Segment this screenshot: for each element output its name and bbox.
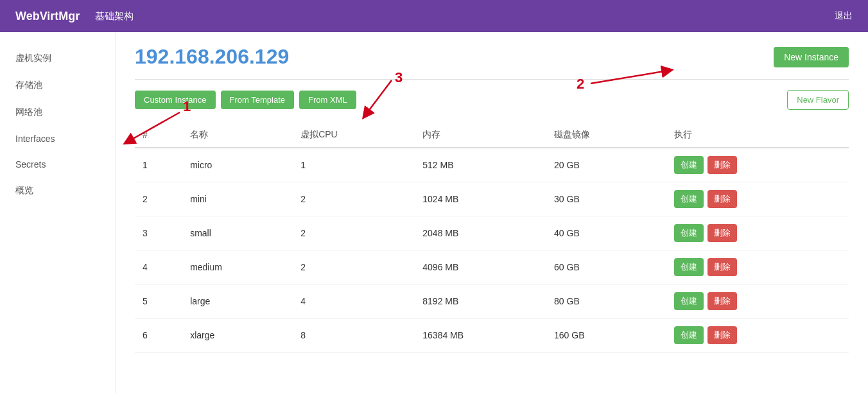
table-row: 3 small 2 2048 MB 40 GB 创建 删除 (135, 216, 849, 250)
cell-id: 4 (135, 250, 182, 284)
cell-actions: 创建 删除 (666, 250, 849, 284)
col-disk: 磁盘镜像 (546, 123, 666, 148)
table-row: 5 large 4 8192 MB 80 GB 创建 删除 (135, 284, 849, 319)
cell-memory: 2048 MB (415, 216, 546, 250)
cell-cpu: 8 (293, 319, 415, 353)
cell-actions: 创建 删除 (666, 182, 849, 216)
cell-name: micro (182, 148, 293, 182)
table-header-row: # 名称 虚拟CPU 内存 磁盘镜像 执行 (135, 123, 849, 148)
cell-actions: 创建 删除 (666, 284, 849, 319)
cell-id: 6 (135, 319, 182, 353)
delete-button[interactable]: 删除 (707, 258, 737, 276)
from-template-button[interactable]: From Template (221, 91, 294, 109)
cell-disk: 80 GB (546, 284, 666, 319)
sidebar-item-vm[interactable]: 虚机实例 (0, 45, 115, 72)
cell-id: 5 (135, 284, 182, 319)
delete-button[interactable]: 删除 (707, 224, 737, 242)
delete-button[interactable]: 删除 (707, 156, 737, 174)
cell-cpu: 2 (293, 182, 415, 216)
sidebar-item-interfaces[interactable]: Interfaces (0, 126, 115, 152)
sidebar-item-network[interactable]: 网络池 (0, 99, 115, 126)
sidebar-item-overview[interactable]: 概览 (0, 177, 115, 204)
cell-memory: 512 MB (415, 148, 546, 182)
delete-button[interactable]: 删除 (707, 292, 737, 310)
cell-id: 1 (135, 148, 182, 182)
delete-button[interactable]: 删除 (707, 326, 737, 344)
cell-memory: 1024 MB (415, 182, 546, 216)
custom-instance-button[interactable]: Custom Instance (135, 91, 216, 109)
button-row: Custom Instance From Template From XML N… (135, 90, 849, 110)
flavor-table: # 名称 虚拟CPU 内存 磁盘镜像 执行 1 micro 1 512 MB 2… (135, 123, 849, 353)
col-name: 名称 (182, 123, 293, 148)
logout-button[interactable]: 退出 (835, 10, 853, 22)
cell-cpu: 2 (293, 250, 415, 284)
content-area: 192.168.206.129 New Instance Custom Inst… (116, 32, 868, 393)
cell-actions: 创建 删除 (666, 319, 849, 353)
sidebar-item-secrets[interactable]: Secrets (0, 152, 115, 177)
create-button[interactable]: 创建 (674, 258, 704, 276)
cell-memory: 8192 MB (415, 284, 546, 319)
create-button[interactable]: 创建 (674, 292, 704, 310)
cell-cpu: 1 (293, 148, 415, 182)
col-id: # (135, 123, 182, 148)
sidebar: 虚机实例 存储池 网络池 Interfaces Secrets 概览 (0, 32, 116, 393)
cell-name: large (182, 284, 293, 319)
new-flavor-button[interactable]: New Flavor (787, 90, 849, 110)
cell-disk: 60 GB (546, 250, 666, 284)
cell-name: xlarge (182, 319, 293, 353)
col-cpu: 虚拟CPU (293, 123, 415, 148)
create-button[interactable]: 创建 (674, 190, 704, 208)
create-button[interactable]: 创建 (674, 156, 704, 174)
cell-id: 3 (135, 216, 182, 250)
cell-cpu: 2 (293, 216, 415, 250)
table-row: 6 xlarge 8 16384 MB 160 GB 创建 删除 (135, 319, 849, 353)
nav-label: 基础架构 (95, 10, 835, 22)
header: WebVirtMgr 基础架构 退出 (0, 0, 868, 32)
main-layout: 虚机实例 存储池 网络池 Interfaces Secrets 概览 192.1… (0, 32, 868, 393)
action-buttons: Custom Instance From Template From XML (135, 91, 356, 109)
new-instance-button[interactable]: New Instance (774, 47, 849, 67)
table-row: 2 mini 2 1024 MB 30 GB 创建 删除 (135, 182, 849, 216)
table-row: 1 micro 1 512 MB 20 GB 创建 删除 (135, 148, 849, 182)
cell-disk: 40 GB (546, 216, 666, 250)
cell-name: mini (182, 182, 293, 216)
col-action: 执行 (666, 123, 849, 148)
divider (135, 79, 849, 80)
from-xml-button[interactable]: From XML (299, 91, 356, 109)
cell-name: medium (182, 250, 293, 284)
top-row: 192.168.206.129 New Instance (135, 45, 849, 69)
delete-button[interactable]: 删除 (707, 190, 737, 208)
cell-actions: 创建 删除 (666, 148, 849, 182)
create-button[interactable]: 创建 (674, 326, 704, 344)
cell-disk: 20 GB (546, 148, 666, 182)
cell-memory: 16384 MB (415, 319, 546, 353)
cell-disk: 160 GB (546, 319, 666, 353)
cell-memory: 4096 MB (415, 250, 546, 284)
brand-name: WebVirtMgr (15, 10, 80, 23)
table-row: 4 medium 2 4096 MB 60 GB 创建 删除 (135, 250, 849, 284)
cell-disk: 30 GB (546, 182, 666, 216)
cell-id: 2 (135, 182, 182, 216)
col-memory: 内存 (415, 123, 546, 148)
sidebar-item-storage[interactable]: 存储池 (0, 72, 115, 99)
create-button[interactable]: 创建 (674, 224, 704, 242)
cell-actions: 创建 删除 (666, 216, 849, 250)
cell-name: small (182, 216, 293, 250)
ip-address: 192.168.206.129 (135, 45, 289, 69)
cell-cpu: 4 (293, 284, 415, 319)
